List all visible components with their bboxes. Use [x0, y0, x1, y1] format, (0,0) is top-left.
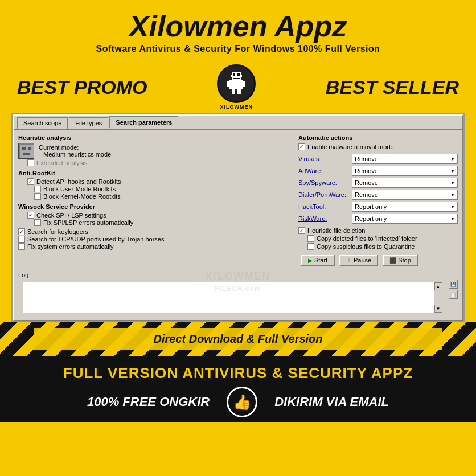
dialer-row: Dialer/PornWare: Remove ▼: [298, 190, 458, 200]
riskware-dropdown-arrow: ▼: [450, 216, 455, 221]
right-panel: Automatic actions Enable malware removal…: [298, 134, 458, 266]
start-icon: ▶: [308, 257, 313, 264]
copy-deleted-checkbox[interactable]: [307, 235, 314, 242]
hacktool-select[interactable]: Report only ▼: [352, 202, 458, 212]
dialer-select[interactable]: Remove ▼: [352, 190, 458, 200]
best-seller-label: BEST SELLER: [326, 76, 459, 99]
buttons-row: ▶ Start ⏸ Pause ⬛ Stop: [298, 255, 458, 266]
fix-system-checkbox[interactable]: [18, 243, 25, 250]
scroll-up-arrow[interactable]: ▲: [434, 282, 442, 290]
spy-label[interactable]: Spy/Spyware:: [298, 179, 350, 186]
winsock-title: Winsock Service Provider: [18, 203, 293, 210]
stop-icon: ⬛: [389, 257, 396, 264]
pause-icon: ⏸: [346, 257, 352, 264]
block-kernel-checkbox[interactable]: [34, 193, 41, 200]
tab-file-types[interactable]: File types: [69, 117, 108, 129]
svg-rect-4: [240, 75, 242, 77]
tcp-row: Search for TCP/UDP ports used by Trojan …: [18, 236, 293, 243]
stop-button[interactable]: ⬛ Stop: [383, 255, 418, 266]
block-user-row: Block User-Mode Rootkits: [18, 186, 293, 192]
fix-spi-checkbox[interactable]: [34, 219, 41, 226]
enable-malware-row: Enable malware removal mode:: [298, 143, 458, 150]
svg-rect-1: [233, 73, 235, 76]
heuristic-mode-row: Current mode: Medium heuristics mode: [18, 143, 293, 159]
viruses-value: Remove: [355, 155, 378, 162]
svg-rect-9: [232, 89, 235, 94]
side-icon-2[interactable]: 📋: [449, 290, 458, 299]
pause-button[interactable]: ⏸ Pause: [339, 255, 378, 266]
stop-label: Stop: [398, 257, 411, 264]
svg-rect-2: [237, 73, 240, 76]
copy-suspicious-checkbox[interactable]: [307, 243, 314, 250]
extended-analysis-row: Extended analysis: [18, 159, 293, 166]
riskware-row: RiskWare: Report only ▼: [298, 214, 458, 224]
viruses-row: Viruses: Remove ▼: [298, 154, 458, 164]
heuristic-mode-info: Current mode: Medium heuristics mode: [39, 144, 111, 158]
bottom-title: FULL VERSION ANTIVIRUS & SECURITY APPZ: [11, 364, 465, 382]
spy-select[interactable]: Remove ▼: [352, 178, 458, 188]
screenshot-wrapper: Search scope File types Search parameter…: [11, 113, 465, 322]
dialer-value: Remove: [355, 191, 378, 198]
extended-analysis-checkbox[interactable]: [27, 159, 34, 166]
left-panel: Heuristic analysis Current mode:: [18, 134, 293, 266]
log-area: ▲ ▼: [23, 282, 442, 313]
check-spi-checkbox[interactable]: [27, 212, 34, 219]
svg-rect-13: [28, 147, 31, 150]
best-promo-label: BEST PROMO: [17, 76, 147, 99]
app-subtitle: Software Antivirus & Security For Window…: [11, 44, 465, 54]
adware-label[interactable]: AdWare:: [298, 167, 350, 174]
svg-rect-10: [237, 89, 241, 94]
hacktool-label[interactable]: HackTool:: [298, 203, 350, 210]
block-user-checkbox[interactable]: [34, 186, 41, 192]
check-spi-label: Check SPI / LSP settings: [36, 212, 106, 219]
log-scrollbar: ▲ ▼: [434, 282, 442, 313]
dialer-label[interactable]: Dialer/PornWare:: [298, 191, 350, 198]
scroll-down-arrow[interactable]: ▼: [434, 305, 442, 313]
tcp-label: Search for TCP/UDP ports used by Trojan …: [27, 236, 164, 243]
detect-api-label: Detect API hooks and Rootkits: [36, 178, 121, 185]
start-button[interactable]: ▶ Start: [301, 255, 335, 266]
svg-rect-7: [227, 81, 232, 87]
viruses-label[interactable]: Viruses:: [298, 155, 350, 162]
enable-malware-label: Enable malware removal mode:: [307, 143, 396, 150]
heuristic-file-row: Heuristic file deletion: [298, 227, 458, 234]
keyloggers-checkbox[interactable]: [18, 228, 25, 235]
riskware-select[interactable]: Report only ▼: [352, 214, 458, 224]
auto-actions-title: Automatic actions: [298, 134, 458, 141]
viruses-dropdown-arrow: ▼: [450, 157, 455, 162]
svg-rect-8: [241, 81, 245, 87]
keyloggers-row: Search for keyloggers: [18, 228, 293, 235]
dialer-dropdown-arrow: ▼: [450, 192, 455, 198]
adware-row: AdWare: Remove ▼: [298, 166, 458, 176]
header: Xilowmen Appz Software Antivirus & Secur…: [0, 0, 476, 60]
direct-download-text: Direct Download & Full Version: [153, 333, 322, 345]
enable-malware-checkbox[interactable]: [298, 143, 305, 150]
copy-suspicious-row: Copy suspicious files to Quarantine: [298, 243, 458, 250]
heuristic-file-label: Heuristic file deletion: [307, 227, 366, 234]
antirootkit-title: Anti-RootKit: [18, 170, 293, 177]
page-container: Xilowmen Appz Software Antivirus & Secur…: [0, 0, 476, 476]
side-icon-1[interactable]: 💾: [449, 280, 458, 289]
win-content: Heuristic analysis Current mode:: [14, 130, 462, 270]
fix-system-label: Fix system errors automatically: [27, 243, 114, 250]
detect-api-row: Detect API hooks and Rootkits: [18, 178, 293, 185]
copy-suspicious-label: Copy suspicious files to Quarantine: [317, 243, 415, 250]
logo-circle: [217, 64, 256, 103]
copy-deleted-label: Copy deleted files to 'Infected' folder: [317, 235, 417, 242]
detect-api-checkbox[interactable]: [27, 178, 34, 185]
tab-search-scope[interactable]: Search scope: [17, 117, 68, 129]
adware-select[interactable]: Remove ▼: [352, 166, 458, 176]
heuristic-title: Heuristic analysis: [18, 134, 293, 141]
spy-row: Spy/Spyware: Remove ▼: [298, 178, 458, 188]
extended-analysis-label: Extended analysis: [36, 159, 87, 166]
viruses-select[interactable]: Remove ▼: [352, 154, 458, 164]
app-title: Xilowmen Appz: [11, 10, 465, 43]
tcp-checkbox[interactable]: [18, 236, 25, 243]
fix-spi-row: Fix SPI/LSP errors automatically: [18, 219, 293, 226]
check-spi-row: Check SPI / LSP settings: [18, 212, 293, 219]
tab-search-parameters[interactable]: Search parameters: [109, 116, 178, 129]
heuristic-file-checkbox[interactable]: [298, 227, 305, 234]
riskware-value: Report only: [355, 215, 387, 222]
riskware-label[interactable]: RiskWare:: [298, 215, 350, 222]
win-window: Search scope File types Search parameter…: [13, 114, 463, 321]
